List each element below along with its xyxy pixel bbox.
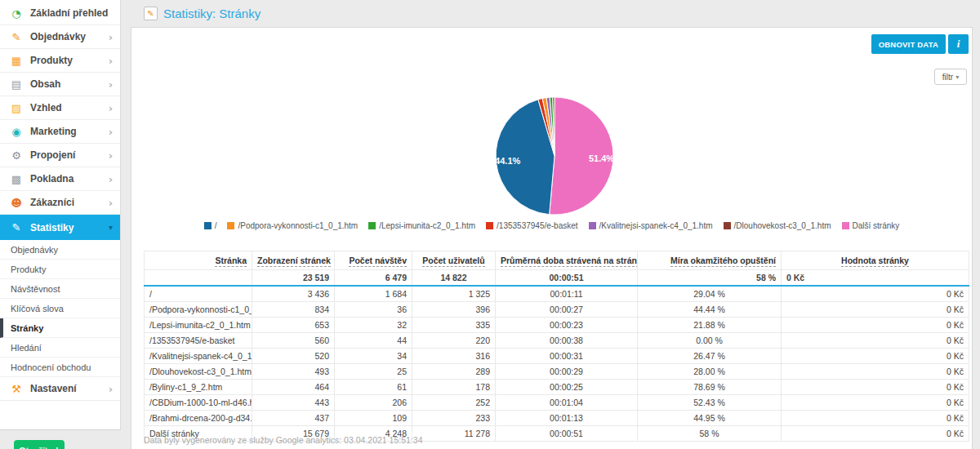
sidebar-item[interactable]: ◉ Marketing › bbox=[0, 120, 120, 144]
table-cell: 61 bbox=[335, 380, 412, 395]
legend-swatch bbox=[204, 222, 212, 229]
pie-chart: 51.4%44.1% bbox=[485, 87, 624, 225]
table-cell: 1 325 bbox=[412, 286, 496, 302]
table-cell: 0 Kč bbox=[782, 395, 969, 411]
sidebar-subitem[interactable]: Návštěvnost bbox=[0, 279, 120, 299]
legend-item: / bbox=[204, 221, 217, 230]
pages-stats-table: Stránka Zobrazení stránek Počet návštěv … bbox=[144, 251, 969, 442]
table-cell: 396 bbox=[412, 302, 496, 318]
generated-note: Data byly vygenerovány ze služby Google … bbox=[144, 435, 422, 445]
column-header[interactable]: Míra okamžitého opuštění bbox=[638, 251, 782, 270]
table-cell: 0 Kč bbox=[782, 426, 969, 442]
sidebar: ◔ Základní přehled ✎ Objednávky › ▦ Prod… bbox=[0, 0, 121, 430]
sidebar-item-label: Statistiky bbox=[30, 222, 74, 233]
sidebar-item-icon: ▩ bbox=[9, 174, 24, 184]
sidebar-subitem-label: Návštěvnost bbox=[11, 284, 60, 294]
sidebar-item[interactable]: ⚙ Propojení › bbox=[0, 144, 120, 167]
legend-label: / bbox=[215, 221, 217, 230]
sidebar-item-label: Obsah bbox=[30, 78, 60, 90]
table-cell: 00:01:04 bbox=[496, 395, 638, 411]
table-cell: 00:00:29 bbox=[496, 364, 638, 380]
pie-slice-label: 44.1% bbox=[495, 156, 520, 166]
table-cell: 0 Kč bbox=[782, 349, 969, 364]
totals-cell: 0 Kč bbox=[782, 270, 969, 287]
column-header-label: Stránka bbox=[215, 256, 247, 267]
sidebar-item-icon: ✎ bbox=[9, 32, 24, 42]
sidebar-item-icon: ⚙ bbox=[9, 150, 24, 161]
table-cell: 00:00:31 bbox=[496, 349, 638, 364]
table-cell: 25 bbox=[335, 364, 412, 380]
table-cell: 0 Kč bbox=[782, 302, 969, 318]
legend-item: /Podpora-vykonnosti-c1_0_1.htm bbox=[227, 221, 358, 230]
sidebar-subitem[interactable]: Stránky bbox=[0, 318, 120, 338]
legend-swatch bbox=[842, 222, 849, 229]
table-cell: 44.95 % bbox=[638, 411, 782, 426]
table-cell: 58 % bbox=[638, 426, 782, 442]
sidebar-item[interactable]: ✎ Objednávky › bbox=[0, 25, 120, 49]
sidebar-item-statistiky[interactable]: ✎ Statistiky ▾ bbox=[0, 215, 120, 240]
table-cell: 233 bbox=[412, 411, 496, 426]
sidebar-subitem-label: Produkty bbox=[11, 265, 46, 274]
sidebar-item-nastaveni[interactable]: ⚒ Nastavení › bbox=[0, 377, 120, 401]
info-button[interactable]: i bbox=[948, 34, 969, 54]
sidebar-item[interactable]: ▨ Vzhled › bbox=[0, 96, 120, 120]
sidebar-subitem[interactable]: Klíčová slova bbox=[0, 299, 120, 318]
column-header[interactable]: Počet návštěv bbox=[335, 251, 412, 270]
statistics-submenu: Objednávky Produkty Návštěvnost Klíčová … bbox=[0, 240, 120, 377]
table-cell: /Kvalitnejsi-spanek-c4_0_1.htm bbox=[145, 349, 252, 364]
table-cell: 206 bbox=[335, 395, 412, 411]
table-cell: 493 bbox=[252, 364, 335, 380]
sidebar-item[interactable]: ▦ Produkty › bbox=[0, 49, 120, 73]
sidebar-subitem[interactable]: Hledání bbox=[0, 338, 120, 358]
sidebar-item[interactable]: ▩ Pokladna › bbox=[0, 167, 120, 191]
filter-label: filtr bbox=[942, 73, 953, 82]
table-cell: 21.88 % bbox=[638, 318, 782, 333]
table-cell: /Lepsi-imunita-c2_0_1.htm bbox=[145, 318, 252, 333]
table-cell: 34 bbox=[335, 349, 412, 364]
sidebar-subitem[interactable]: Hodnocení obchodu bbox=[0, 358, 120, 377]
chevron-right-icon: › bbox=[109, 383, 113, 395]
column-header[interactable]: Stránka bbox=[145, 251, 252, 270]
legend-label: /Dlouhovekost-c3_0_1.htm bbox=[734, 221, 831, 230]
table-cell: 520 bbox=[252, 349, 335, 364]
table-row: /Lepsi-imunita-c2_0_1.htm 653 32 335 00:… bbox=[145, 318, 969, 333]
column-header[interactable]: Zobrazení stránek bbox=[252, 251, 335, 270]
table-cell: 220 bbox=[412, 333, 496, 349]
sidebar-item[interactable]: ◔ Základní přehled bbox=[0, 2, 120, 25]
sidebar-item[interactable]: ▤ Obsah › bbox=[0, 73, 120, 96]
table-cell: 109 bbox=[335, 411, 412, 426]
column-header-label: Hodnota stránky bbox=[841, 256, 909, 267]
column-header[interactable]: Počet uživatelů bbox=[412, 251, 496, 270]
sidebar-subitem[interactable]: Objednávky bbox=[0, 240, 120, 260]
table-cell: 653 bbox=[252, 318, 335, 333]
table-cell: 3 436 bbox=[252, 286, 335, 302]
totals-cell: 00:00:51 bbox=[496, 270, 638, 287]
sidebar-item[interactable]: ☻ Zákazníci › bbox=[0, 191, 120, 215]
legend-label: /1353537945/e-basket bbox=[497, 221, 578, 230]
table-cell: /1353537945/e-basket bbox=[145, 333, 252, 349]
chevron-down-icon: ▾ bbox=[109, 223, 113, 232]
refresh-data-button[interactable]: OBNOVIT DATA bbox=[871, 34, 946, 54]
chevron-right-icon: › bbox=[109, 55, 113, 67]
table-cell: 834 bbox=[252, 302, 335, 318]
table-cell: 0 Kč bbox=[782, 333, 969, 349]
open-shop-button[interactable]: Otevřít obchod bbox=[14, 440, 65, 449]
table-cell: 443 bbox=[252, 395, 335, 411]
sidebar-subitem[interactable]: Produkty bbox=[0, 260, 120, 279]
table-cell: 00:01:13 bbox=[496, 411, 638, 426]
table-cell: /Byliny-c1_9_2.htm bbox=[145, 380, 252, 395]
column-header[interactable]: Průměrná doba strávená na stránce bbox=[496, 251, 638, 270]
table-cell: 0 Kč bbox=[782, 286, 969, 302]
legend-item: /Kvalitnejsi-spanek-c4_0_1.htm bbox=[589, 221, 713, 230]
table-cell: 00:00:27 bbox=[496, 302, 638, 318]
filter-dropdown[interactable]: filtr ▾ bbox=[934, 69, 967, 85]
table-cell: 0 Kč bbox=[782, 380, 969, 395]
sidebar-item-label: Nastavení bbox=[30, 383, 77, 394]
table-cell: 36 bbox=[335, 302, 412, 318]
totals-cell: 23 519 bbox=[252, 270, 335, 287]
sidebar-item-icon: ◔ bbox=[9, 8, 24, 19]
column-header[interactable]: Hodnota stránky bbox=[782, 251, 969, 270]
legend-label: /Kvalitnejsi-spanek-c4_0_1.htm bbox=[599, 221, 713, 230]
table-cell: 52.43 % bbox=[638, 395, 782, 411]
page-title-text: Statistiky: Stránky bbox=[163, 7, 261, 20]
